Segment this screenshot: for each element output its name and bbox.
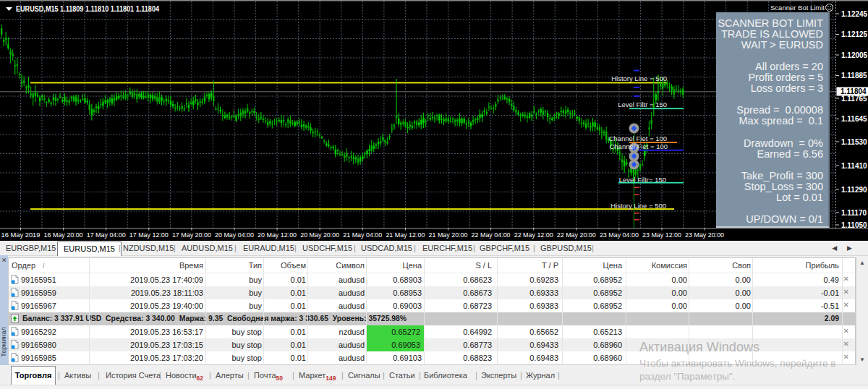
svg-text:Scanner Bot Limit: Scanner Bot Limit (770, 4, 825, 12)
svg-text:History Line = 500: History Line = 500 (610, 202, 666, 210)
svg-text:1.11410: 1.11410 (841, 162, 867, 170)
svg-text:Level Filtr= 150: Level Filtr= 150 (619, 176, 666, 184)
svg-text:1.12125: 1.12125 (841, 30, 868, 38)
svg-text:23 May 12:00: 23 May 12:00 (642, 231, 681, 239)
svg-text:23 May 20:00: 23 May 20:00 (685, 231, 724, 239)
svg-text:1.11804: 1.11804 (841, 87, 867, 95)
svg-text:20 May 04:00: 20 May 04:00 (215, 231, 254, 239)
svg-text:1.12245: 1.12245 (841, 10, 868, 18)
svg-text:Channel Fiet = 100: Channel Fiet = 100 (609, 142, 668, 150)
svg-text:23 May 04:00: 23 May 04:00 (600, 231, 639, 239)
svg-text:21 May 04:00: 21 May 04:00 (343, 231, 382, 239)
svg-text:1.11645: 1.11645 (841, 115, 867, 123)
svg-text:History Line = 500: History Line = 500 (611, 74, 667, 82)
svg-text:1.11885: 1.11885 (841, 72, 867, 80)
svg-text:20 May 20:00: 20 May 20:00 (300, 231, 339, 239)
svg-text:1.11290: 1.11290 (841, 186, 867, 194)
svg-text:Level Filtr = 150: Level Filtr = 150 (618, 101, 667, 108)
svg-text:EURUSD,M15 1.11809 1.11810 1.: EURUSD,M15 1.11809 1.11810 1.11801 1.118… (16, 4, 159, 13)
svg-text:1.11170: 1.11170 (841, 209, 867, 217)
svg-text:21 May 12:00: 21 May 12:00 (386, 231, 425, 239)
svg-text:1.11530: 1.11530 (841, 138, 867, 146)
svg-text:16 May 2019: 16 May 2019 (1, 231, 41, 239)
svg-text:22 May 12:00: 22 May 12:00 (514, 231, 553, 239)
svg-text:20 May 12:00: 20 May 12:00 (258, 231, 297, 239)
svg-text:1.12005: 1.12005 (841, 51, 868, 59)
svg-text:Channel Fiet = 100: Channel Fiet = 100 (608, 134, 667, 142)
svg-text:22 May 04:00: 22 May 04:00 (472, 231, 511, 239)
svg-text:17 May 12:00: 17 May 12:00 (129, 231, 169, 239)
svg-text:22 May 20:00: 22 May 20:00 (557, 231, 596, 239)
svg-text:16 May 20:00: 16 May 20:00 (44, 231, 83, 239)
svg-text:21 May 20:00: 21 May 20:00 (429, 231, 468, 239)
svg-text:1.11050: 1.11050 (841, 221, 867, 229)
svg-text:17 May 04:00: 17 May 04:00 (87, 231, 126, 239)
svg-text:17 May 20:00: 17 May 20:00 (172, 231, 211, 239)
